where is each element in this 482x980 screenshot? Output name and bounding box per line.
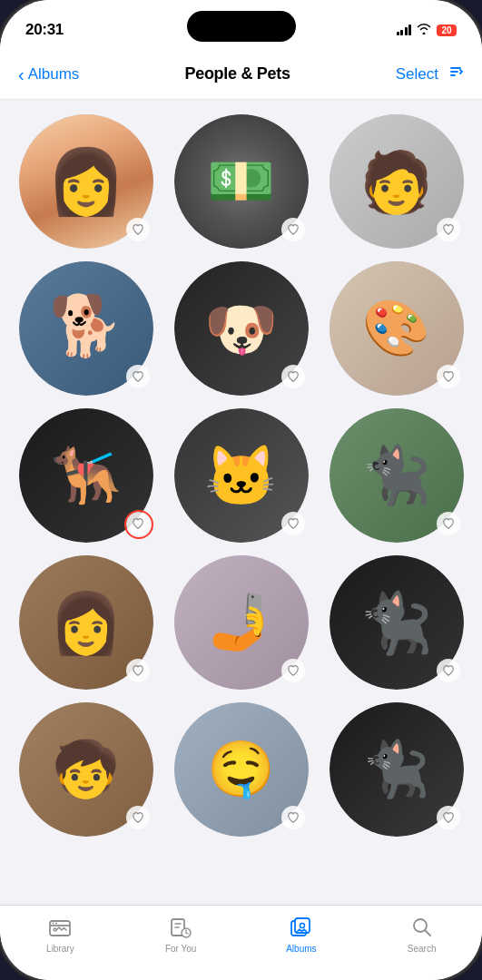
phone-screen: 20:31 20 [0, 0, 482, 980]
status-time: 20:31 [25, 21, 64, 39]
select-button[interactable]: Select [396, 65, 438, 83]
heart-button[interactable] [126, 659, 150, 682]
signal-bar-4 [408, 24, 411, 35]
list-item[interactable] [170, 114, 312, 249]
heart-button[interactable] [126, 806, 150, 829]
list-item[interactable] [325, 555, 467, 690]
list-item[interactable] [325, 261, 467, 396]
search-icon [409, 915, 435, 940]
nav-actions: Select [396, 64, 464, 84]
heart-button[interactable] [281, 365, 305, 388]
heart-button[interactable] [281, 218, 305, 241]
svg-point-1 [53, 923, 54, 925]
library-icon [47, 915, 73, 940]
heart-button-highlighted[interactable] [126, 512, 150, 535]
heart-button[interactable] [437, 218, 460, 241]
status-icons: 20 [397, 24, 457, 37]
phone-frame: 20:31 20 [0, 0, 482, 980]
heart-button[interactable] [281, 659, 305, 682]
heart-button[interactable] [437, 512, 460, 535]
signal-bar-2 [400, 30, 403, 35]
signal-bar-1 [397, 32, 399, 35]
list-item[interactable] [170, 408, 312, 543]
tab-bar: Library For You [0, 905, 482, 980]
photo-grid [15, 114, 467, 837]
tab-library[interactable]: Library [28, 915, 92, 954]
signal-bar-3 [405, 27, 408, 35]
svg-point-2 [55, 923, 57, 925]
back-button[interactable]: ‹ Albums [18, 65, 79, 83]
tab-albums-label: Albums [286, 944, 316, 954]
heart-button[interactable] [126, 218, 150, 241]
tab-search[interactable]: Search [390, 915, 454, 954]
back-chevron-icon: ‹ [18, 65, 25, 83]
albums-icon [289, 915, 314, 940]
tab-library-label: Library [46, 944, 74, 954]
tab-albums[interactable]: Albums [270, 915, 333, 954]
battery-badge: 20 [437, 24, 457, 36]
for-you-icon [168, 915, 193, 940]
list-item[interactable] [170, 261, 312, 396]
back-label: Albums [28, 65, 80, 83]
list-item[interactable] [15, 261, 157, 396]
battery-container: 20 [437, 24, 457, 36]
svg-point-3 [54, 928, 56, 931]
wifi-icon [417, 24, 431, 37]
heart-button[interactable] [126, 365, 150, 388]
heart-button[interactable] [437, 365, 460, 388]
list-item[interactable] [170, 555, 312, 690]
tab-for-you-label: For You [165, 944, 196, 954]
list-item[interactable] [15, 114, 157, 249]
list-item[interactable] [15, 702, 157, 837]
tab-search-label: Search [408, 944, 437, 954]
heart-button[interactable] [437, 806, 460, 829]
dynamic-island [187, 11, 296, 42]
heart-button[interactable] [281, 806, 305, 829]
signal-bars-icon [397, 24, 412, 35]
list-item[interactable] [325, 408, 467, 543]
heart-button[interactable] [437, 659, 460, 682]
list-item[interactable] [170, 702, 312, 837]
nav-bar: ‹ Albums People & Pets Select [0, 49, 482, 100]
list-item[interactable] [325, 702, 467, 837]
list-item[interactable] [15, 408, 157, 543]
list-item[interactable] [325, 114, 467, 249]
sort-button[interactable] [448, 64, 464, 84]
heart-button[interactable] [281, 512, 305, 535]
page-title: People & Pets [184, 64, 290, 83]
tab-for-you[interactable]: For You [149, 915, 212, 954]
list-item[interactable] [15, 555, 157, 690]
content-area [0, 100, 482, 905]
